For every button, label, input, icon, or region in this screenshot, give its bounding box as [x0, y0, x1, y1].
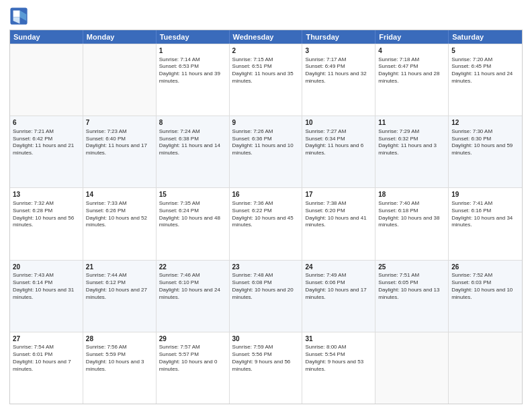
day-info: Sunrise: 7:44 AMSunset: 6:12 PMDaylight:…	[86, 272, 153, 301]
calendar-row-4: 27Sunrise: 7:54 AMSunset: 6:01 PMDayligh…	[10, 332, 522, 404]
day-number: 8	[159, 118, 226, 128]
day-info: Sunrise: 7:57 AMSunset: 5:57 PMDaylight:…	[159, 344, 226, 373]
day-info: Sunrise: 7:32 AMSunset: 6:28 PMDaylight:…	[13, 200, 80, 229]
day-cell-1: 1Sunrise: 7:14 AMSunset: 6:53 PMDaylight…	[157, 44, 230, 116]
day-cell-28: 28Sunrise: 7:56 AMSunset: 5:59 PMDayligh…	[83, 332, 157, 404]
day-cell-2: 2Sunrise: 7:15 AMSunset: 6:51 PMDaylight…	[230, 44, 303, 116]
day-number: 31	[305, 334, 372, 344]
day-number: 28	[86, 334, 153, 344]
day-number: 4	[378, 46, 445, 56]
day-info: Sunrise: 7:38 AMSunset: 6:20 PMDaylight:…	[305, 200, 372, 229]
day-number: 14	[86, 190, 153, 199]
day-cell-23: 23Sunrise: 7:48 AMSunset: 6:08 PMDayligh…	[230, 261, 303, 332]
day-info: Sunrise: 7:21 AMSunset: 6:42 PMDaylight:…	[13, 128, 80, 157]
day-number: 26	[451, 263, 519, 272]
day-number: 25	[378, 263, 445, 272]
day-cell-4: 4Sunrise: 7:18 AMSunset: 6:47 PMDaylight…	[375, 44, 449, 116]
day-number: 7	[86, 118, 153, 128]
weekday-header-monday: Monday	[83, 30, 157, 44]
day-number: 27	[13, 334, 80, 344]
day-number: 6	[13, 118, 80, 128]
weekday-header-wednesday: Wednesday	[230, 30, 303, 44]
day-cell-15: 15Sunrise: 7:35 AMSunset: 6:24 PMDayligh…	[157, 188, 230, 259]
day-number: 24	[305, 263, 372, 272]
day-info: Sunrise: 7:30 AMSunset: 6:30 PMDaylight:…	[451, 128, 519, 157]
calendar-row-0: 1Sunrise: 7:14 AMSunset: 6:53 PMDaylight…	[10, 44, 522, 116]
day-info: Sunrise: 7:43 AMSunset: 6:14 PMDaylight:…	[13, 272, 80, 301]
empty-cell	[10, 44, 83, 116]
day-number: 5	[451, 46, 519, 56]
day-number: 10	[305, 118, 372, 128]
day-cell-6: 6Sunrise: 7:21 AMSunset: 6:42 PMDaylight…	[10, 116, 83, 187]
day-cell-5: 5Sunrise: 7:20 AMSunset: 6:45 PMDaylight…	[449, 44, 522, 116]
day-cell-8: 8Sunrise: 7:24 AMSunset: 6:38 PMDaylight…	[157, 116, 230, 187]
day-info: Sunrise: 7:15 AMSunset: 6:51 PMDaylight:…	[232, 56, 300, 85]
day-info: Sunrise: 7:48 AMSunset: 6:08 PMDaylight:…	[232, 272, 300, 301]
calendar-row-1: 6Sunrise: 7:21 AMSunset: 6:42 PMDaylight…	[10, 116, 522, 187]
day-info: Sunrise: 7:35 AMSunset: 6:24 PMDaylight:…	[159, 200, 226, 229]
day-cell-9: 9Sunrise: 7:26 AMSunset: 6:36 PMDaylight…	[230, 116, 303, 187]
day-info: Sunrise: 7:24 AMSunset: 6:38 PMDaylight:…	[159, 128, 226, 157]
day-cell-14: 14Sunrise: 7:33 AMSunset: 6:26 PMDayligh…	[83, 188, 157, 259]
day-info: Sunrise: 7:14 AMSunset: 6:53 PMDaylight:…	[159, 56, 226, 85]
day-info: Sunrise: 7:59 AMSunset: 5:56 PMDaylight:…	[232, 344, 300, 373]
day-cell-11: 11Sunrise: 7:29 AMSunset: 6:32 PMDayligh…	[375, 116, 449, 187]
weekday-header-sunday: Sunday	[10, 30, 83, 44]
calendar-body: 1Sunrise: 7:14 AMSunset: 6:53 PMDaylight…	[10, 44, 522, 404]
day-info: Sunrise: 7:27 AMSunset: 6:34 PMDaylight:…	[305, 128, 372, 157]
day-info: Sunrise: 7:40 AMSunset: 6:18 PMDaylight:…	[378, 200, 445, 229]
day-number: 13	[13, 190, 80, 199]
calendar: SundayMondayTuesdayWednesdayThursdayFrid…	[9, 30, 523, 404]
calendar-row-2: 13Sunrise: 7:32 AMSunset: 6:28 PMDayligh…	[10, 187, 522, 259]
day-info: Sunrise: 7:46 AMSunset: 6:10 PMDaylight:…	[159, 272, 226, 301]
day-cell-20: 20Sunrise: 7:43 AMSunset: 6:14 PMDayligh…	[10, 261, 83, 332]
empty-cell	[83, 44, 157, 116]
day-number: 9	[232, 118, 300, 128]
day-number: 16	[232, 190, 300, 199]
day-cell-31: 31Sunrise: 8:00 AMSunset: 5:54 PMDayligh…	[302, 332, 375, 404]
page: SundayMondayTuesdayWednesdayThursdayFrid…	[0, 0, 532, 411]
day-number: 17	[305, 190, 372, 199]
day-number: 3	[305, 46, 372, 56]
logo	[9, 7, 31, 26]
day-cell-25: 25Sunrise: 7:51 AMSunset: 6:05 PMDayligh…	[375, 261, 449, 332]
day-cell-17: 17Sunrise: 7:38 AMSunset: 6:20 PMDayligh…	[302, 188, 375, 259]
day-number: 19	[451, 190, 519, 199]
day-info: Sunrise: 7:33 AMSunset: 6:26 PMDaylight:…	[86, 200, 153, 229]
day-cell-16: 16Sunrise: 7:36 AMSunset: 6:22 PMDayligh…	[230, 188, 303, 259]
day-cell-12: 12Sunrise: 7:30 AMSunset: 6:30 PMDayligh…	[449, 116, 522, 187]
day-info: Sunrise: 7:54 AMSunset: 6:01 PMDaylight:…	[13, 344, 80, 373]
day-cell-22: 22Sunrise: 7:46 AMSunset: 6:10 PMDayligh…	[157, 261, 230, 332]
calendar-header: SundayMondayTuesdayWednesdayThursdayFrid…	[10, 30, 522, 44]
header	[9, 7, 523, 26]
day-cell-7: 7Sunrise: 7:23 AMSunset: 6:40 PMDaylight…	[83, 116, 157, 187]
day-number: 18	[378, 190, 445, 199]
day-cell-18: 18Sunrise: 7:40 AMSunset: 6:18 PMDayligh…	[375, 188, 449, 259]
day-info: Sunrise: 7:36 AMSunset: 6:22 PMDaylight:…	[232, 200, 300, 229]
day-info: Sunrise: 7:49 AMSunset: 6:06 PMDaylight:…	[305, 272, 372, 301]
day-cell-30: 30Sunrise: 7:59 AMSunset: 5:56 PMDayligh…	[230, 332, 303, 404]
day-info: Sunrise: 7:23 AMSunset: 6:40 PMDaylight:…	[86, 128, 153, 157]
day-number: 20	[13, 263, 80, 272]
day-number: 12	[451, 118, 519, 128]
day-cell-3: 3Sunrise: 7:17 AMSunset: 6:49 PMDaylight…	[302, 44, 375, 116]
day-cell-21: 21Sunrise: 7:44 AMSunset: 6:12 PMDayligh…	[83, 261, 157, 332]
day-info: Sunrise: 7:26 AMSunset: 6:36 PMDaylight:…	[232, 128, 300, 157]
day-number: 1	[159, 46, 226, 56]
day-info: Sunrise: 7:20 AMSunset: 6:45 PMDaylight:…	[451, 56, 519, 85]
day-number: 2	[232, 46, 300, 56]
day-cell-26: 26Sunrise: 7:52 AMSunset: 6:03 PMDayligh…	[449, 261, 522, 332]
weekday-header-tuesday: Tuesday	[157, 30, 230, 44]
svg-marker-2	[13, 11, 20, 17]
day-info: Sunrise: 7:51 AMSunset: 6:05 PMDaylight:…	[378, 272, 445, 301]
day-number: 21	[86, 263, 153, 272]
empty-cell	[449, 332, 522, 404]
day-info: Sunrise: 7:52 AMSunset: 6:03 PMDaylight:…	[451, 272, 519, 301]
day-cell-19: 19Sunrise: 7:41 AMSunset: 6:16 PMDayligh…	[449, 188, 522, 259]
day-number: 29	[159, 334, 226, 344]
weekday-header-saturday: Saturday	[449, 30, 522, 44]
weekday-header-thursday: Thursday	[302, 30, 375, 44]
empty-cell	[375, 332, 449, 404]
day-info: Sunrise: 7:56 AMSunset: 5:59 PMDaylight:…	[86, 344, 153, 373]
day-number: 11	[378, 118, 445, 128]
